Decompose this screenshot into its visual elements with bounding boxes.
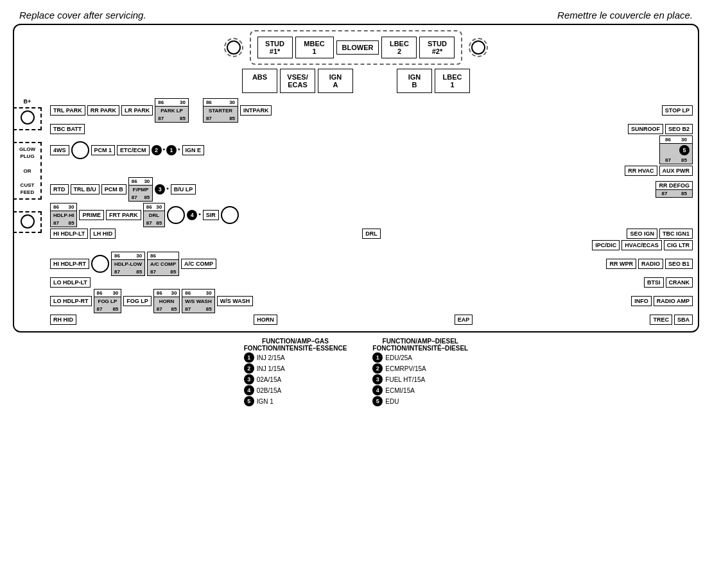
fuse-rr-park: RR PARK [87, 105, 119, 116]
legend-diesel-1: 1 EDU/25A [372, 352, 468, 363]
relay-fpmp-86: 86 [132, 178, 137, 184]
row-3: 4WS PCM 1 ETC/ECM 2* 1* IGN E 86 30 [50, 135, 693, 164]
diagram-content: B+ GLOWPLUGORCUSTFEED TRL PARK RR P [19, 98, 693, 326]
star-4: * [198, 212, 201, 218]
legend-gas-4: 4 02B/15A [244, 385, 347, 395]
legend-d-num-3: 3 [372, 374, 383, 385]
fuse-trec: TREC [650, 315, 672, 325]
fuse-aux-pwr: AUX PWR [659, 166, 693, 176]
legend-diesel-5: 5 EDU [372, 396, 468, 406]
legend-area: FUNCTION/AMP–GASFONCTION/INTENSITÉ–ESSEN… [6, 338, 706, 407]
star-1: * [178, 147, 180, 153]
row-10: RH HID HORN EAP TREC SBA [50, 315, 693, 325]
circle-6 [221, 206, 239, 224]
relay-park-lp-87: 87 [158, 116, 164, 121]
relay-rr-defog-label: RR DEFOG [656, 182, 692, 190]
fuse-pcm-b: PCM B [101, 184, 126, 195]
legend-diesel-4-text: ECMI/15A [385, 387, 415, 394]
relay-rr-defog-87: 87 [661, 191, 667, 196]
fuse-eap: EAP [455, 315, 473, 325]
fuse-bu-lp: B/U LP [171, 184, 196, 195]
fuse-intpark: INTPARK [240, 105, 272, 116]
relay5-30: 30 [681, 137, 687, 143]
fuse-drl: DRL [362, 229, 381, 239]
legend-num-3: 3 [244, 374, 254, 385]
b-plus-label: B+ [24, 98, 31, 105]
relay-park-lp-85: 85 [180, 116, 186, 121]
second-fuse-row: ABS VSES/ECAS IGNA IGNB LBEC1 [19, 69, 693, 93]
fuse-ign-e: IGN E [182, 145, 205, 155]
legend-diesel-4: 4 ECMI/15A [372, 385, 468, 395]
row-8: LO HDLP-LT BTSI CRANK [50, 277, 693, 288]
fuse-trl-park: TRL PARK [50, 105, 85, 116]
relay-horn: 86 30 HORN 87 85 [153, 289, 180, 313]
legend-num-4: 4 [244, 385, 254, 395]
fuse-lh-hid: LH HID [90, 229, 116, 239]
relay-fog-85: 85 [112, 306, 118, 312]
right-header: Remettre le couvercle en place. [557, 10, 693, 21]
relay-ws-label: W/S WASH [182, 297, 214, 306]
legend-gas-4-text: 02B/15A [257, 387, 281, 394]
relay-fog-30: 30 [112, 290, 118, 296]
fuse-rh-hid: RH HID [50, 315, 76, 325]
b-plus-circle-top [21, 110, 35, 125]
fuse-btsi: BTSI [644, 277, 664, 288]
relay-ws-85: 85 [206, 306, 212, 312]
fuse-ws-wash: W/S WASH [217, 296, 254, 306]
right-stud-connector [469, 38, 488, 57]
relay-5: 86 30 5 87 85 [659, 135, 693, 164]
fuse-fog-lp: FOG LP [123, 296, 152, 306]
legend-gas: FUNCTION/AMP–GASFONCTION/INTENSITÉ–ESSEN… [244, 338, 347, 407]
fuse-frt-park: FRT PARK [106, 210, 141, 220]
fuse-stud2: STUD#2* [419, 37, 455, 58]
fuse-prime: PRIME [79, 210, 104, 220]
legend-gas-1-text: INJ 2/15A [257, 354, 285, 361]
relay5-86: 86 [665, 137, 671, 143]
fuse-info: INFO [631, 296, 652, 306]
fuse-sba: SBA [674, 315, 693, 325]
legend-num-2: 2 [244, 363, 254, 374]
relay5-num: 5 [679, 145, 690, 155]
fuse-seo-b1: SEO B1 [665, 259, 693, 269]
fuse-blower: BLOWER [336, 40, 379, 55]
relay-ac-label: A/C COMP [148, 260, 178, 268]
relay-rr-defog-85: 85 [681, 191, 687, 196]
fuse-horn: HORN [254, 315, 277, 325]
fuse-rr-hvac: RR HVAC [625, 166, 657, 176]
fuse-mbec1: MBEC1 [295, 37, 334, 58]
relay-hdlp-low-86: 86 [114, 253, 120, 259]
relay-horn-30: 30 [171, 290, 177, 296]
header-text: Replace cover after servicing. Remettre … [6, 6, 706, 24]
stud-circle-right [471, 40, 485, 55]
fuse-ipc-dic: IPC/DIC [592, 240, 620, 250]
relay-starter-87: 87 [206, 116, 212, 121]
relay-fog-87: 87 [97, 306, 103, 312]
relay-rr-defog: RR DEFOG 87 85 [656, 181, 693, 198]
fuse-rr-wpr: RR WPR [606, 259, 636, 269]
relay-fpmp-85: 85 [144, 195, 150, 200]
relay-fog-lp: 86 30 FOG LP 87 85 [94, 289, 122, 313]
row-5: 86 30 HDLP-HI 87 85 PRIME FRT PARK [50, 203, 693, 227]
relay-fpmp-87: 87 [132, 195, 137, 200]
b-plus-box [13, 107, 42, 130]
fuse-crank: CRANK [666, 277, 693, 288]
fuse-rtd: RTD [50, 184, 69, 195]
legend-diesel-3: 3 FUEL HT/15A [372, 374, 468, 385]
relay-ws-86: 86 [185, 290, 191, 296]
relay-starter-label: STARTER [204, 107, 238, 115]
legend-num-5: 5 [244, 396, 254, 406]
fuse-tbc-batt: TBC BATT [50, 124, 85, 134]
fuse-radio: RADIO [638, 259, 663, 269]
relay-hdlp-hi-85: 85 [69, 220, 74, 226]
relay-starter: 86 30 STARTER 87 85 [203, 98, 238, 123]
legend-diesel-5-text: EDU [385, 398, 399, 405]
relay-horn-87: 87 [157, 306, 162, 312]
relay-hdlp-low-85: 85 [136, 269, 142, 275]
fuse-ignb: IGNB [397, 69, 432, 93]
row-1: TRL PARK RR PARK LR PARK 86 30 PARK LP 8… [50, 98, 693, 123]
row-9: LO HDLP-RT 86 30 FOG LP 87 85 FOG L [50, 289, 693, 313]
legend-diesel-title: FUNCTION/AMP–DIESELFONCTION/INTENSITÉ–DI… [372, 338, 468, 352]
relay-fpmp-30: 30 [144, 178, 150, 184]
fuse-abs: ABS [242, 69, 277, 93]
relay-drl-86: 86 [146, 204, 152, 210]
